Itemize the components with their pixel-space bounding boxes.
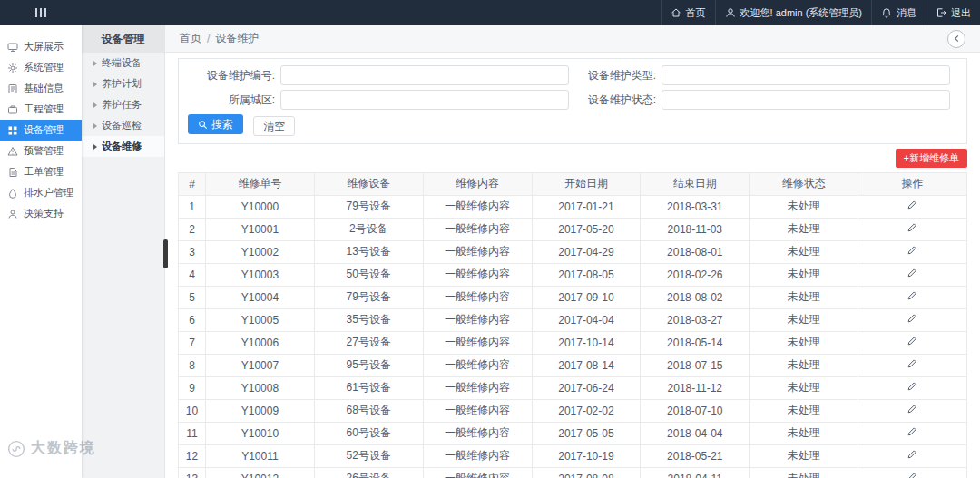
search-field-maintenance-no: 设备维护编号: xyxy=(188,65,569,85)
edit-icon[interactable] xyxy=(906,313,918,325)
maintenance-status-input[interactable] xyxy=(662,90,950,110)
cell-end: 2018-11-03 xyxy=(641,218,750,240)
cell-idx: 9 xyxy=(179,376,206,399)
cell-order_no: Y10007 xyxy=(206,354,315,376)
cell-order_no: Y10002 xyxy=(206,240,315,263)
edit-icon[interactable] xyxy=(906,268,918,279)
sidebar-item-decision[interactable]: 决策支持 xyxy=(0,203,82,224)
edit-icon[interactable] xyxy=(906,200,918,211)
sidebar-item-label: 决策支持 xyxy=(24,207,64,220)
cell-device: 60号设备 xyxy=(314,422,423,444)
cell-actions xyxy=(858,444,967,467)
topbar-user[interactable]: 欢迎您! admin (系统管理员) xyxy=(715,0,871,25)
cell-order_no: Y10000 xyxy=(206,195,315,218)
cell-order_no: Y10005 xyxy=(206,308,315,331)
clear-button[interactable]: 清空 xyxy=(253,116,295,136)
cell-device: 50号设备 xyxy=(314,263,423,286)
cell-end: 2018-07-10 xyxy=(641,399,750,422)
sidebar-item-engineering[interactable]: 工程管理 xyxy=(0,99,82,120)
topbar-home[interactable]: 首页 xyxy=(661,0,715,25)
cell-device: 52号设备 xyxy=(314,444,423,467)
maintenance-no-input[interactable] xyxy=(280,65,569,85)
table-row: 1Y1000079号设备一般维修内容2017-01-212018-03-31未处… xyxy=(179,195,967,218)
cell-end: 2018-03-27 xyxy=(641,308,750,331)
submenu-item-maintain-plan[interactable]: 养护计划 xyxy=(82,73,164,94)
cell-idx: 8 xyxy=(179,354,206,376)
edit-icon[interactable] xyxy=(906,290,918,302)
cell-actions xyxy=(858,354,967,376)
cell-order_no: Y10010 xyxy=(206,422,315,444)
cell-order_no: Y10001 xyxy=(206,218,315,240)
sidebar-item-big-screen[interactable]: 大屏展示 xyxy=(0,36,82,57)
submenu: 设备管理 终端设备养护计划养护任务设备巡检设备维修 xyxy=(82,25,165,478)
submenu-item-device-repair[interactable]: 设备维修 xyxy=(82,136,164,157)
table-row: 11Y1001060号设备一般维修内容2017-05-052018-04-04未… xyxy=(179,422,967,444)
edit-icon[interactable] xyxy=(906,449,918,461)
decision-icon xyxy=(7,209,18,219)
sidebar-item-label: 系统管理 xyxy=(24,61,64,74)
sidebar-item-label: 大屏展示 xyxy=(24,40,64,54)
submenu-item-label: 终端设备 xyxy=(102,56,142,70)
submenu-item-label: 养护任务 xyxy=(102,98,142,112)
submenu-item-terminal-device[interactable]: 终端设备 xyxy=(82,53,164,73)
cell-content: 一般维修内容 xyxy=(423,263,532,286)
sidebar-item-workorder[interactable]: 工单管理 xyxy=(0,161,82,182)
scrollbar-thumb[interactable] xyxy=(163,239,168,268)
cell-status: 未处理 xyxy=(750,263,858,286)
cell-idx: 13 xyxy=(179,467,206,478)
edit-icon[interactable] xyxy=(906,472,918,478)
edit-icon[interactable] xyxy=(906,222,918,234)
column-header: 结束日期 xyxy=(641,172,750,195)
breadcrumb: 首页 / 设备维护 xyxy=(165,25,980,53)
cell-device: 95号设备 xyxy=(314,354,423,376)
topbar-welcome-label: 欢迎您! admin (系统管理员) xyxy=(740,6,862,20)
table-row: 3Y1000213号设备一般维修内容2017-04-292018-08-01未处… xyxy=(179,240,967,263)
search-button[interactable]: 搜索 xyxy=(188,114,243,134)
cell-end: 2018-07-15 xyxy=(641,354,750,376)
sidebar-item-equipment[interactable]: 设备管理 xyxy=(0,120,82,141)
search-field-district: 所属城区: xyxy=(188,90,569,110)
search-field-maintenance-type: 设备维护类型: xyxy=(569,65,950,85)
cell-start: 2017-06-24 xyxy=(532,376,641,399)
cell-end: 2018-05-14 xyxy=(641,331,750,354)
search-icon xyxy=(198,120,208,130)
back-button[interactable] xyxy=(947,30,965,48)
edit-icon[interactable] xyxy=(906,245,918,257)
topbar-logout[interactable]: 退出 xyxy=(926,0,980,25)
cell-content: 一般维修内容 xyxy=(423,286,532,308)
breadcrumb-current: 设备维护 xyxy=(215,31,259,46)
topbar-messages[interactable]: 消息 xyxy=(871,0,926,25)
cell-status: 未处理 xyxy=(750,308,858,331)
sidebar-item-warning[interactable]: 预警管理 xyxy=(0,141,82,161)
triangle-bullet-icon xyxy=(93,144,97,150)
sidebar-item-drainage[interactable]: 排水户管理 xyxy=(0,182,82,203)
edit-icon[interactable] xyxy=(906,336,918,347)
edit-icon[interactable] xyxy=(906,381,918,393)
menu-collapse-icon[interactable] xyxy=(0,0,82,25)
sidebar-item-label: 工程管理 xyxy=(24,102,64,116)
cell-order_no: Y10008 xyxy=(206,376,315,399)
sidebar-item-system[interactable]: 系统管理 xyxy=(0,57,82,78)
submenu-item-maintain-task[interactable]: 养护任务 xyxy=(82,94,164,115)
sidebar-item-basic-info[interactable]: 基础信息 xyxy=(0,78,82,99)
triangle-bullet-icon xyxy=(93,123,97,129)
back-arrow-icon xyxy=(952,34,962,44)
submenu-item-device-inspect[interactable]: 设备巡检 xyxy=(82,115,164,136)
cell-start: 2017-01-21 xyxy=(532,195,641,218)
cell-device: 2号设备 xyxy=(314,218,423,240)
add-repair-order-button[interactable]: +新增维修单 xyxy=(896,149,967,168)
edit-icon[interactable] xyxy=(906,358,918,370)
cell-actions xyxy=(858,218,967,240)
cell-idx: 11 xyxy=(179,422,206,444)
district-input[interactable] xyxy=(280,90,569,110)
cell-idx: 3 xyxy=(179,240,206,263)
edit-icon[interactable] xyxy=(906,426,918,438)
cell-actions xyxy=(858,195,967,218)
maintenance-type-input[interactable] xyxy=(662,65,950,85)
table-row: 12Y1001152号设备一般维修内容2017-10-192018-05-21未… xyxy=(179,444,967,467)
table-header-row: #维修单号维修设备维修内容开始日期结束日期维修状态操作 xyxy=(179,172,967,195)
cell-order_no: Y10004 xyxy=(206,286,315,308)
edit-icon[interactable] xyxy=(906,404,918,415)
breadcrumb-home[interactable]: 首页 xyxy=(180,31,201,46)
topbar-right: 首页 欢迎您! admin (系统管理员) 消息 退出 xyxy=(661,0,980,25)
